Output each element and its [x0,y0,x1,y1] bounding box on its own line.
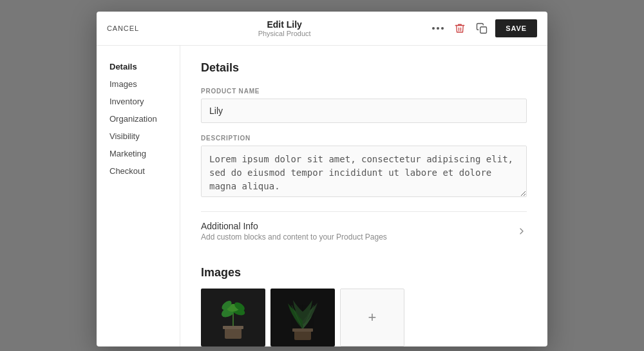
description-field: DESCRIPTION Lorem ipsum dolor sit amet, … [201,135,527,200]
sidebar-item-visibility[interactable]: Visibility [104,128,172,144]
delete-button[interactable] [451,20,468,37]
modal-header: CANCEL Edit Lily Physical Product [97,12,547,46]
add-image-button[interactable]: + [340,289,404,346]
sidebar-item-marketing[interactable]: Marketing [104,146,172,162]
modal-subtitle: Physical Product [139,30,430,37]
more-options-button[interactable] [430,24,446,32]
modal-sidebar: Details Images Inventory Organization Vi… [97,46,180,346]
plant-image-2-svg [280,294,325,342]
svg-rect-0 [480,27,487,33]
modal-main-content: Details PRODUCT NAME DESCRIPTION Lorem i… [180,46,547,346]
product-name-field: PRODUCT NAME [201,88,527,123]
sidebar-item-images[interactable]: Images [104,76,172,92]
product-image-2[interactable] [270,289,335,346]
trash-icon [454,23,466,34]
sidebar-item-details[interactable]: Details [104,59,172,75]
additional-info-sub: Add custom blocks and content to your Pr… [201,232,387,242]
sidebar-item-inventory[interactable]: Inventory [104,93,172,109]
svg-rect-2 [223,326,243,329]
additional-info-text: Additional Info Add custom blocks and co… [201,221,387,242]
product-name-label: PRODUCT NAME [201,88,527,95]
description-textarea[interactable]: Lorem ipsum dolor sit amet, consectetur … [201,146,527,197]
svg-rect-12 [292,328,313,332]
modal-overlay: CANCEL Edit Lily Physical Product [0,0,644,351]
plant-image-1-svg [211,294,256,342]
additional-info-row[interactable]: Additional Info Add custom blocks and co… [201,211,527,251]
details-section-title: Details [201,61,527,75]
images-grid: + [201,289,527,346]
cancel-button[interactable]: CANCEL [107,24,139,32]
save-button[interactable]: SAVE [495,19,537,37]
additional-info-title: Additional Info [201,221,387,231]
more-options-icon [432,27,444,30]
product-image-1[interactable] [201,289,265,346]
chevron-right-icon [516,226,527,236]
duplicate-icon [476,23,488,34]
images-section-title: Images [201,266,527,280]
modal-body: Details Images Inventory Organization Vi… [97,46,547,346]
modal-title-block: Edit Lily Physical Product [139,19,430,37]
modal-header-actions: SAVE [430,19,537,37]
description-label: DESCRIPTION [201,135,527,142]
sidebar-item-checkout[interactable]: Checkout [104,163,172,179]
add-image-icon: + [368,309,377,326]
edit-product-modal: CANCEL Edit Lily Physical Product [97,12,547,346]
sidebar-item-organization[interactable]: Organization [104,111,172,127]
duplicate-button[interactable] [473,20,490,37]
product-name-input[interactable] [201,99,527,123]
modal-title: Edit Lily [139,19,430,30]
